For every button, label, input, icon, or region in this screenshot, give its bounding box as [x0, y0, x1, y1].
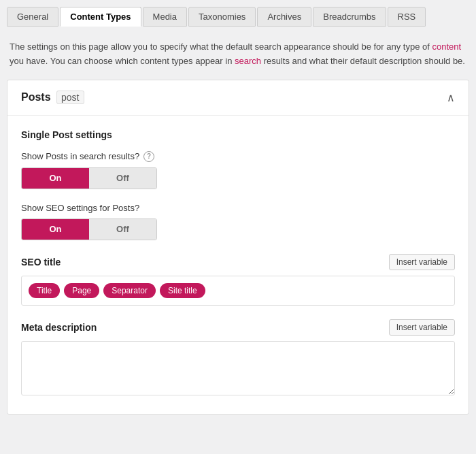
tag-title[interactable]: Title — [29, 283, 60, 298]
meta-desc-section: Meta description Insert variable — [21, 319, 455, 398]
show-seo-on[interactable]: On — [22, 219, 89, 240]
tab-general[interactable]: General — [7, 7, 58, 27]
show-posts-toggle[interactable]: On Off — [21, 167, 157, 189]
section-body: Single Post settings Show Posts in searc… — [7, 116, 469, 414]
show-seo-label: Show SEO settings for Posts? — [21, 203, 455, 213]
show-posts-help-icon[interactable]: ? — [143, 151, 154, 162]
post-type-badge: post — [56, 91, 84, 104]
info-text-3: results and what their default descripti… — [261, 56, 465, 66]
page-wrapper: General Content Types Media Taxonomies A… — [0, 0, 476, 421]
info-text-1: The settings on this page allow you to s… — [10, 42, 432, 52]
info-link-search[interactable]: search — [235, 56, 261, 66]
section-header: Posts post ∧ — [7, 80, 469, 116]
info-link-content[interactable]: content — [432, 42, 462, 52]
tag-page[interactable]: Page — [64, 283, 99, 298]
tabs-bar: General Content Types Media Taxonomies A… — [7, 7, 469, 27]
meta-desc-textarea[interactable] — [21, 341, 455, 395]
insert-variable-button-seo[interactable]: Insert variable — [389, 254, 455, 270]
seo-title-label: SEO title — [21, 257, 61, 267]
seo-title-section: SEO title Insert variable Title Page Sep… — [21, 254, 455, 306]
show-posts-setting: Show Posts in search results? ? On Off — [21, 151, 455, 189]
show-posts-off[interactable]: Off — [89, 168, 156, 189]
info-text-2: you have. You can choose which content t… — [10, 56, 235, 66]
meta-desc-label: Meta description — [21, 322, 97, 333]
tab-media[interactable]: Media — [143, 7, 187, 27]
collapse-icon[interactable]: ∧ — [447, 91, 455, 104]
content-card: Posts post ∧ Single Post settings Show P… — [7, 80, 469, 415]
show-seo-toggle[interactable]: On Off — [21, 218, 157, 240]
tag-separator[interactable]: Separator — [103, 283, 156, 298]
section-title: Posts post — [21, 91, 87, 103]
show-seo-setting: Show SEO settings for Posts? On Off — [21, 203, 455, 240]
show-posts-on[interactable]: On — [22, 168, 89, 189]
tab-taxonomies[interactable]: Taxonomies — [188, 7, 256, 27]
tab-rss[interactable]: RSS — [388, 7, 426, 27]
tag-site-title[interactable]: Site title — [160, 283, 205, 298]
info-box: The settings on this page allow you to s… — [7, 35, 469, 77]
insert-variable-button-meta[interactable]: Insert variable — [389, 319, 455, 336]
show-seo-off[interactable]: Off — [89, 219, 156, 240]
tab-archives[interactable]: Archives — [257, 7, 311, 27]
seo-title-header: SEO title Insert variable — [21, 254, 455, 270]
meta-desc-header: Meta description Insert variable — [21, 319, 455, 336]
show-posts-label: Show Posts in search results? ? — [21, 151, 455, 162]
tab-breadcrumbs[interactable]: Breadcrumbs — [313, 7, 386, 27]
section-title-text: Posts — [21, 91, 51, 103]
seo-title-tags-input[interactable]: Title Page Separator Site title — [21, 276, 455, 306]
subsection-title: Single Post settings — [21, 129, 455, 140]
tab-content-types[interactable]: Content Types — [60, 7, 141, 27]
